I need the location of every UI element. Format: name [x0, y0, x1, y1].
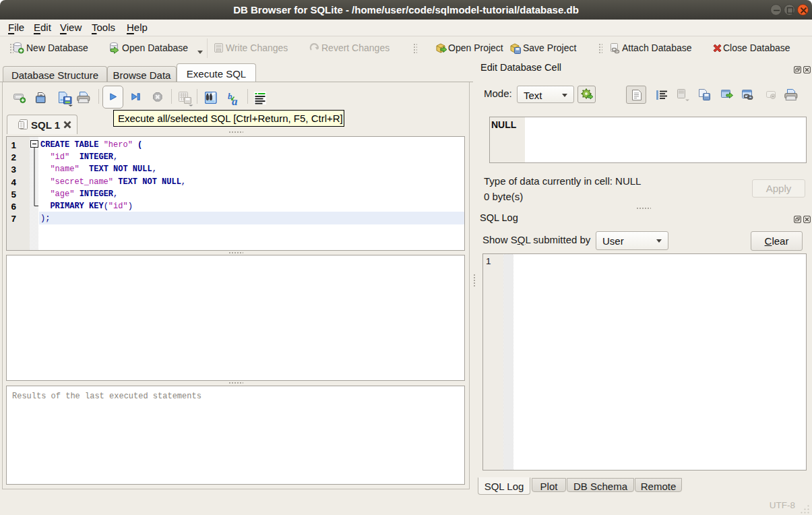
svg-text:a: a [232, 95, 238, 107]
